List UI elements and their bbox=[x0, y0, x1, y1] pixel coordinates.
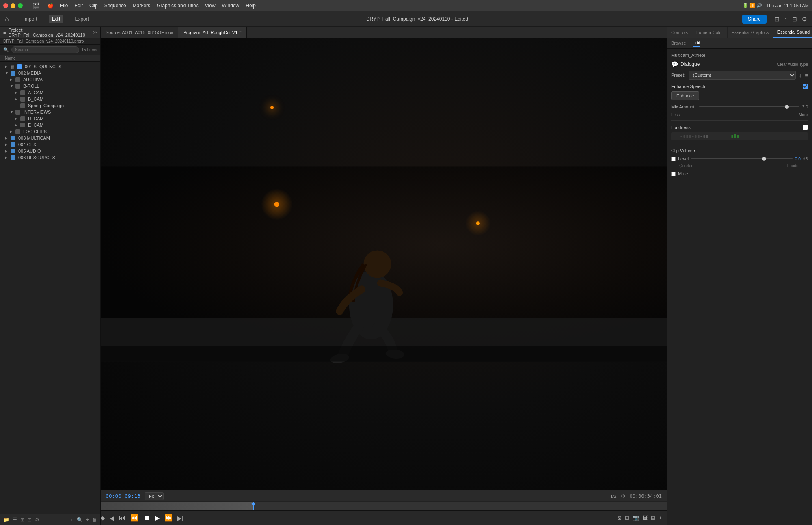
export-button[interactable]: Export bbox=[71, 15, 92, 23]
tree-item-media[interactable]: ▼ 002 MEDIA bbox=[0, 70, 100, 76]
top-toolbar: ⌂ Import Edit Export DRYP_Fall_Campaign_… bbox=[0, 11, 812, 27]
fast-forward-button[interactable]: ⏩ bbox=[164, 514, 173, 522]
panel-expand-icon[interactable]: ≫ bbox=[93, 30, 97, 35]
menu-edit[interactable]: Edit bbox=[74, 3, 83, 9]
menu-window[interactable]: Window bbox=[222, 3, 240, 9]
mix-slider-thumb[interactable] bbox=[785, 105, 789, 109]
workspace-icon[interactable]: ⊞ bbox=[775, 16, 780, 22]
tab-lumetri-label: Lumetri Color bbox=[696, 30, 723, 35]
settings-icon-monitor[interactable]: ⚙ bbox=[621, 493, 626, 499]
source-tab[interactable]: Source: A001_A015_0815OF.mov bbox=[101, 27, 178, 38]
tab-lumetri[interactable]: Lumetri Color bbox=[692, 27, 728, 38]
mini-timeline[interactable] bbox=[101, 501, 667, 510]
tab-essential-sound[interactable]: Essential Sound bbox=[773, 27, 812, 38]
preset-save-icon[interactable]: ↓ bbox=[799, 72, 802, 78]
level-slider[interactable] bbox=[691, 158, 793, 159]
sort-icon[interactable]: ⚙ bbox=[35, 517, 39, 523]
mute-checkbox[interactable] bbox=[671, 172, 676, 176]
subtab-browse[interactable]: Browse bbox=[671, 41, 686, 46]
add-marker-button[interactable]: ◆ bbox=[101, 515, 105, 521]
step-forward-button[interactable]: ▶| bbox=[177, 515, 184, 521]
tree-item-multicam[interactable]: ▶ 003 MULTICAM bbox=[0, 135, 100, 141]
monitor-tools-right: ⊠ ⊡ 📷 🖼 ⊞ + bbox=[617, 515, 667, 521]
menu-sequence[interactable]: Sequence bbox=[104, 3, 126, 9]
level-slider-thumb[interactable] bbox=[762, 157, 766, 161]
minimize-button[interactable] bbox=[11, 3, 15, 8]
menu-apple[interactable]: 🍎 bbox=[48, 3, 54, 9]
list-view-icon[interactable]: ☰ bbox=[13, 517, 17, 523]
delete-icon[interactable]: 🗑 bbox=[92, 517, 97, 523]
step-back-button[interactable]: ◀ bbox=[110, 515, 114, 521]
level-checkbox[interactable] bbox=[671, 157, 676, 161]
tree-item-gfx[interactable]: ▶ 004 GFX bbox=[0, 141, 100, 148]
search-bar: 🔍 15 Items bbox=[0, 45, 100, 55]
enhance-button[interactable]: Enhance bbox=[671, 91, 699, 100]
clear-audio-type-button[interactable]: Clear Audio Type bbox=[777, 62, 808, 67]
insert-clip-icon[interactable]: ⊠ bbox=[617, 515, 622, 521]
center-panel: Source: A001_A015_0815OF.mov Program: Ad… bbox=[101, 27, 667, 525]
menu-markers[interactable]: Markers bbox=[133, 3, 150, 9]
camera-icon[interactable]: 📷 bbox=[633, 515, 639, 521]
tab-graphics[interactable]: Essential Graphics bbox=[728, 27, 773, 38]
tree-item-ecam[interactable]: ▶ E_CAM bbox=[0, 122, 100, 128]
tree-item-interviews[interactable]: ▼ INTERVIEWS bbox=[0, 109, 100, 115]
tree-item-acam[interactable]: ▶ A_CAM bbox=[0, 89, 100, 96]
new-item-icon[interactable]: + bbox=[86, 517, 89, 523]
safe-margins-icon[interactable]: ⊞ bbox=[651, 515, 655, 521]
page-indicator: 1/2 bbox=[610, 494, 616, 499]
new-bin-icon[interactable]: 📁 bbox=[3, 517, 9, 523]
program-tab[interactable]: Program: Ad_RoughCut-V1 ≡ bbox=[178, 27, 247, 38]
fullscreen-button[interactable] bbox=[18, 3, 23, 8]
svg-rect-18 bbox=[701, 136, 702, 137]
tree-item-logclips[interactable]: ▶ LOG CLIPS bbox=[0, 128, 100, 135]
panels-icon[interactable]: ⊟ bbox=[792, 16, 797, 22]
close-button[interactable] bbox=[3, 3, 8, 8]
tree-item-audio[interactable]: ▶ 005 AUDIO bbox=[0, 148, 100, 154]
menu-file[interactable]: File bbox=[60, 3, 68, 9]
tree-item-broll[interactable]: ▼ B-ROLL bbox=[0, 83, 100, 89]
home-icon[interactable]: ⌂ bbox=[5, 15, 9, 23]
loudness-checkbox[interactable] bbox=[803, 125, 808, 130]
tree-item-dcam[interactable]: ▶ D_CAM bbox=[0, 115, 100, 122]
tree-item-sequences[interactable]: ▶ ▦ 001 SEQUENCES bbox=[0, 63, 100, 70]
share-button[interactable]: Share bbox=[742, 15, 767, 24]
icon-view-icon[interactable]: ⊞ bbox=[20, 517, 24, 523]
preset-dropdown[interactable]: (Custom) bbox=[689, 71, 796, 80]
freeform-view-icon[interactable]: ⊡ bbox=[28, 517, 32, 523]
search-bin-icon[interactable]: 🔍 bbox=[77, 517, 83, 523]
overwrite-clip-icon[interactable]: ⊡ bbox=[625, 515, 629, 521]
tree-item-archival[interactable]: ▶ ARCHIVAL bbox=[0, 76, 100, 83]
export-frame-icon[interactable]: 🖼 bbox=[642, 515, 648, 521]
enhance-speech-checkbox[interactable] bbox=[803, 84, 808, 89]
stop-button[interactable]: ⏹ bbox=[143, 514, 150, 522]
edit-button[interactable]: Edit bbox=[49, 15, 64, 23]
rewind-button[interactable]: ⏪ bbox=[130, 514, 138, 522]
menu-graphics-titles[interactable]: Graphics and Titles bbox=[157, 3, 199, 9]
panel-toolbar: 📁 ☰ ⊞ ⊡ ⚙ → 🔍 + 🗑 bbox=[0, 514, 100, 525]
play-button[interactable]: ▶ bbox=[155, 514, 160, 522]
svg-rect-19 bbox=[704, 135, 705, 138]
automate-icon[interactable]: → bbox=[69, 517, 73, 523]
menu-view[interactable]: View bbox=[205, 3, 216, 9]
import-button[interactable]: Import bbox=[20, 15, 41, 23]
tree-item-resources[interactable]: ▶ 006 RESOURCES bbox=[0, 154, 100, 161]
preset-menu-icon[interactable]: ≡ bbox=[805, 72, 808, 78]
shuttle-back-button[interactable]: ⏮ bbox=[119, 514, 125, 522]
tree-item-label: LOG CLIPS bbox=[23, 129, 47, 134]
subtab-edit[interactable]: Edit bbox=[693, 40, 700, 47]
mix-amount-label: Mix Amount: bbox=[671, 104, 696, 109]
tree-item-bcam[interactable]: ▶ B_CAM bbox=[0, 96, 100, 102]
fit-dropdown[interactable]: Fit bbox=[145, 492, 164, 500]
settings-icon[interactable]: ⚙ bbox=[802, 16, 807, 22]
svg-rect-21 bbox=[732, 135, 733, 138]
expand-icon: ▶ bbox=[15, 97, 19, 101]
more-controls-icon[interactable]: + bbox=[659, 515, 662, 521]
search-input[interactable] bbox=[11, 46, 79, 53]
menu-help[interactable]: Help bbox=[246, 3, 256, 9]
menu-clip[interactable]: Clip bbox=[89, 3, 98, 9]
publish-icon[interactable]: ↑ bbox=[784, 16, 787, 22]
program-timecode[interactable]: 00:00:09:13 bbox=[106, 493, 140, 499]
tab-controls[interactable]: Controls bbox=[667, 27, 692, 38]
mix-amount-slider[interactable] bbox=[699, 106, 799, 107]
tree-item-spring[interactable]: Spring_Campaign bbox=[0, 102, 100, 109]
